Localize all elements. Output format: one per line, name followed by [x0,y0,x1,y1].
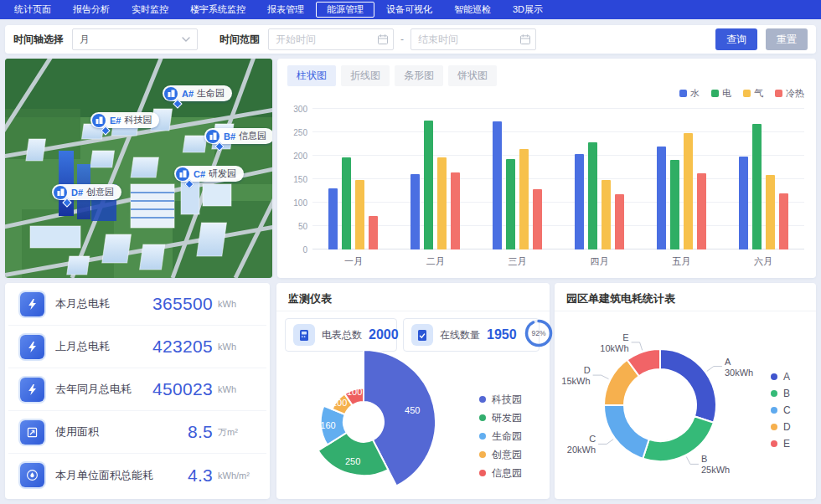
map-marker[interactable]: E#科技园 [90,112,159,128]
legend-item-E[interactable]: E [771,435,791,452]
donut-legend: ABCDE [771,368,791,452]
lightning-icon [20,378,44,402]
bar-group: 三月 [477,109,559,249]
legend-swatch [775,90,782,97]
x-axis-label: 五月 [640,255,722,268]
tab-折线图[interactable]: 折线图 [341,65,390,86]
bar-电 [670,160,679,249]
droplet-icon [20,463,44,487]
map-marker[interactable]: D#创意园 [52,184,121,200]
legend-swatch [479,470,486,476]
online-percent-ring: 92% [524,318,554,352]
svg-text:D15kWh: D15kWh [561,365,590,386]
bar-水 [575,154,584,249]
legend-item-D[interactable]: D [771,419,791,435]
legend-item-水[interactable]: 水 [679,87,700,100]
marker-code: D# [71,188,83,198]
tab-柱状图[interactable]: 柱状图 [287,65,336,86]
meters-online-label: 在线数量 [440,328,480,342]
building-icon [92,114,106,127]
legend-item-科技园[interactable]: 科技园 [479,390,522,409]
nav-item[interactable]: 3D展示 [502,2,554,18]
building-icon [176,167,189,181]
legend-item-A[interactable]: A [771,368,791,385]
meters-online-value: 1950 [487,327,517,342]
bar-冷热 [369,216,378,249]
bar-冷热 [451,172,460,249]
bar-水 [410,174,420,249]
legend-swatch [771,373,777,380]
legend-label: D [783,421,791,433]
stat-value: 8.5 [188,422,213,442]
lightning-icon [20,292,44,316]
legend-label: 冷热 [786,87,804,100]
search-button[interactable]: 查询 [715,28,757,50]
bar-水 [657,147,666,249]
stat-value: 4.3 [188,465,213,486]
meters-total-value: 2000 [369,327,399,342]
bar-电 [342,157,351,249]
bar-group: 二月 [395,109,477,249]
legend-label: 科技园 [492,393,522,407]
stat-value: 365500 [152,294,213,314]
bar-电 [424,121,433,249]
svg-text:92%: 92% [531,329,545,337]
city-map-panel: A#生命园E#科技园B#信息园C#研发园D#创意园 [5,59,272,278]
y-axis-tick: 150 [282,175,307,184]
legend-item-气[interactable]: 气 [743,87,763,100]
nav-item[interactable]: 统计页面 [3,2,62,18]
legend-item-信息园[interactable]: 信息园 [479,464,522,482]
legend-item-电[interactable]: 电 [711,87,731,100]
nav-item[interactable]: 设备可视化 [375,2,443,18]
building-panel-title: 园区单建筑电耗统计表 [566,291,675,306]
legend-label: C [783,404,791,416]
marker-name: 科技园 [124,114,152,126]
marker-code: B# [224,131,235,141]
svg-text:450: 450 [405,405,420,415]
marker-code: A# [182,89,194,99]
map-marker[interactable]: B#信息园 [204,128,272,144]
start-date-input[interactable] [268,28,394,50]
tab-条形图[interactable]: 条形图 [395,65,443,86]
map-marker[interactable]: C#研发园 [174,166,244,182]
legend-item-研发园[interactable]: 研发园 [479,409,522,427]
legend-item-B[interactable]: B [771,385,791,402]
reset-button[interactable]: 重置 [766,28,808,50]
time-axis-value: 月 [80,33,90,47]
stat-row: 去年同月总电耗450023kWh [8,368,266,411]
stat-label: 使用面积 [55,424,188,440]
energy-bar-chart-panel: 柱状图折线图条形图饼状图 水电气冷热 050100150200250300一月二… [277,59,816,278]
nav-item[interactable]: 实时监控 [121,2,179,18]
time-axis-select[interactable]: 月 [72,28,198,50]
legend-item-创意园[interactable]: 创意园 [479,445,522,464]
nav-item[interactable]: 智能巡检 [443,2,502,18]
map-marker[interactable]: A#生命园 [163,85,232,101]
legend-item-生命园[interactable]: 生命园 [479,427,522,445]
bar-group: 五月 [640,109,722,249]
y-axis-tick: 50 [282,222,307,231]
nav-item[interactable]: 楼宇系统监控 [179,2,256,18]
legend-label: 气 [754,87,763,100]
tab-饼状图[interactable]: 饼状图 [448,65,497,86]
legend-label: 电 [722,87,731,100]
y-axis-tick: 250 [282,128,307,137]
stat-row: 本月单位面积总能耗4.3kWh/m² [8,454,266,496]
legend-item-C[interactable]: C [771,402,791,419]
building-icon [164,87,178,100]
bar-chart-plot: 050100150200250300一月二月三月四月五月六月 [312,109,804,249]
marker-code: C# [194,169,205,179]
meter-check-icon [411,324,433,346]
time-axis-label: 时间轴选择 [13,33,64,47]
svg-text:E10kWh: E10kWh [600,332,628,353]
nav-item[interactable]: 能源管理 [316,2,374,18]
monitor-title: 监测仪表 [288,291,332,306]
building-icon [54,186,67,199]
marker-code: E# [110,116,121,126]
bar-冷热 [779,193,788,249]
stat-unit: kWh [218,299,255,309]
nav-item[interactable]: 报告分析 [62,2,121,18]
legend-item-冷热[interactable]: 冷热 [775,87,804,100]
end-date-input[interactable] [410,28,536,50]
legend-swatch [479,414,486,421]
nav-item[interactable]: 报表管理 [256,2,315,18]
